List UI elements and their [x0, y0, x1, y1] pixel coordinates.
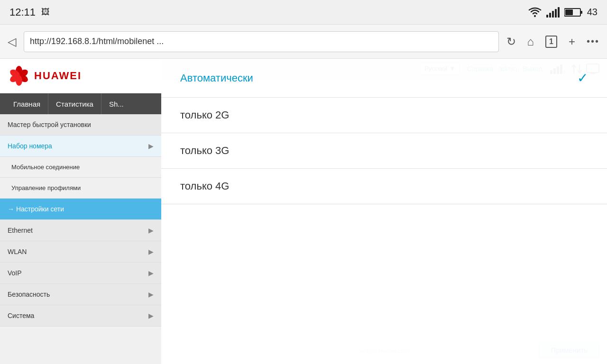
chevron-right-icon-system: ▶ [148, 312, 154, 319]
dropdown-3g-option[interactable]: только 3G [161, 133, 607, 169]
battery-icon [564, 8, 582, 17]
wifi-icon [528, 7, 542, 18]
signal-icon [546, 7, 560, 18]
tab-count[interactable]: 1 [545, 36, 557, 48]
svg-rect-3 [552, 11, 554, 18]
chevron-right-icon-wlan: ▶ [148, 248, 154, 255]
chevron-right-icon-security: ▶ [148, 291, 154, 298]
browser-actions: ↻ ⌂ 1 + ••• [506, 35, 599, 48]
svg-rect-4 [555, 9, 557, 18]
svg-rect-5 [558, 7, 560, 18]
home-button[interactable]: ⌂ [527, 35, 534, 48]
refresh-button[interactable]: ↻ [506, 35, 516, 48]
status-time: 12:11 [9, 6, 36, 18]
svg-rect-8 [565, 9, 573, 15]
new-tab-button[interactable]: + [569, 35, 575, 48]
dropdown-auto-option[interactable]: Автоматически ✓ [161, 59, 607, 98]
svg-rect-7 [580, 11, 582, 14]
svg-rect-1 [546, 15, 548, 18]
brand-name: HUAWEI [34, 70, 82, 82]
status-bar: 12:11 🖼 43 [0, 0, 607, 25]
back-button[interactable]: ◁ [8, 35, 16, 48]
notification-icon: 🖼 [41, 7, 50, 17]
sidebar-item-network-settings[interactable]: → Настройки сети [0, 199, 161, 220]
sidebar-menu: Мастер быстрой установки Набор номера ▶ … [0, 114, 161, 364]
sidebar-item-wizard[interactable]: Мастер быстрой установки [0, 114, 161, 136]
chevron-right-icon-ethernet: ▶ [148, 227, 154, 234]
browser-bar: ◁ http://192.168.8.1/html/mobilenet ... … [0, 25, 607, 59]
dropdown-2g-option[interactable]: только 2G [161, 98, 607, 133]
nav-item-home[interactable]: Главная [6, 93, 48, 114]
dropdown-4g-option[interactable]: только 4G [161, 169, 607, 204]
checkmark-icon: ✓ [577, 70, 588, 86]
sidebar-item-ethernet[interactable]: Ethernet ▶ [0, 220, 161, 241]
url-text: http://192.168.8.1/html/mobilenet ... [30, 36, 164, 46]
status-left: 12:11 🖼 [9, 6, 50, 18]
nav-item-stats[interactable]: Статистика [48, 93, 101, 114]
huawei-logo: HUAWEI [8, 64, 82, 87]
url-bar[interactable]: http://192.168.8.1/html/mobilenet ... [24, 31, 499, 52]
page-header: HUAWEI [0, 59, 161, 93]
sidebar-item-wlan[interactable]: WLAN ▶ [0, 241, 161, 263]
battery-level: 43 [587, 7, 598, 18]
sidebar-item-system[interactable]: Система ▶ [0, 305, 161, 327]
sidebar-item-security[interactable]: Безопасность ▶ [0, 284, 161, 305]
more-button[interactable]: ••• [587, 36, 599, 47]
chevron-right-icon: ▶ [148, 142, 154, 150]
chevron-right-icon-voip: ▶ [148, 269, 154, 277]
status-right: 43 [528, 7, 598, 18]
svg-rect-2 [549, 13, 551, 18]
main-content: Русский ▼ Справка admin Выход [161, 59, 607, 364]
sidebar-item-dialing[interactable]: Набор номера ▶ [0, 136, 161, 157]
huawei-flower-icon [8, 64, 30, 87]
sidebar-item-profile-management[interactable]: Управление профилями [0, 178, 161, 199]
nav-item-sh[interactable]: Sh... [101, 93, 131, 114]
sidebar-item-mobile-connection[interactable]: Мобильное соединение [0, 157, 161, 178]
network-mode-dropdown: Автоматически ✓ только 2G только 3G толь… [161, 59, 607, 364]
sidebar: HUAWEI Главная Статистика Sh... Мастер б… [0, 59, 161, 364]
svg-point-0 [534, 15, 536, 17]
sidebar-item-voip[interactable]: VoIP ▶ [0, 263, 161, 284]
page-content: HUAWEI Главная Статистика Sh... Мастер б… [0, 59, 607, 364]
top-nav: Главная Статистика Sh... [0, 93, 161, 114]
